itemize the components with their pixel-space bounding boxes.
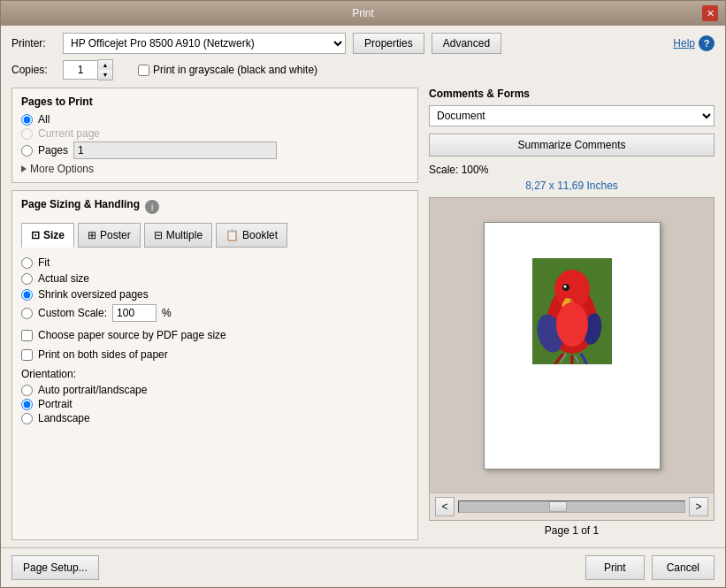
all-radio[interactable] (21, 114, 33, 126)
more-options-triangle (21, 165, 27, 172)
pages-to-print-section: Pages to Print All Current page Pages (11, 88, 418, 183)
shrink-radio-label[interactable]: Shrink oversized pages (21, 288, 409, 301)
help-link[interactable]: Help (673, 37, 695, 50)
page-preview-wrapper (430, 198, 714, 493)
comments-forms-select[interactable]: Document (429, 105, 715, 126)
more-options-label: More Options (30, 163, 94, 175)
custom-scale-radio-label[interactable]: Custom Scale: (21, 307, 107, 319)
title-bar: Print ✕ (1, 1, 725, 26)
close-button[interactable]: ✕ (702, 5, 718, 21)
page-indicator: Page 1 of 1 (429, 521, 715, 540)
print-dialog: Print ✕ Printer: HP Officejet Pro 8500 A… (0, 0, 726, 588)
next-page-button[interactable]: > (689, 497, 708, 516)
actual-size-radio[interactable] (21, 273, 33, 285)
right-col-inner: Comments & Forms Document Summarize Comm… (429, 88, 715, 540)
scale-unit: % (162, 307, 172, 319)
portrait-radio-label[interactable]: Portrait (21, 398, 409, 410)
print-button[interactable]: Print (585, 555, 645, 580)
printer-label: Printer: (11, 37, 56, 50)
current-page-radio[interactable] (21, 128, 33, 140)
actual-size-label: Actual size (38, 272, 89, 285)
help-icon[interactable]: ? (699, 35, 715, 51)
current-page-radio-label[interactable]: Current page (21, 127, 409, 140)
both-sides-checkbox[interactable] (21, 349, 33, 361)
booklet-tab-icon: 📋 (225, 229, 239, 241)
pages-radio-group: All Current page Pages (21, 113, 409, 159)
poster-tab[interactable]: ⊞ Poster (78, 223, 141, 248)
orientation-radio-group: Auto portrait/landscape Portrait Landsca… (21, 384, 409, 424)
fit-radio[interactable] (21, 257, 33, 269)
copies-decrement[interactable]: ▼ (98, 70, 112, 80)
page-setup-button[interactable]: Page Setup... (11, 555, 99, 580)
auto-orientation-radio[interactable] (21, 385, 33, 396)
multiple-tab-icon: ⊟ (154, 229, 163, 241)
copies-spinner: ▲ ▼ (63, 59, 113, 80)
size-tab[interactable]: ⊡ Size (21, 223, 74, 248)
poster-tab-icon: ⊞ (88, 229, 96, 241)
pages-to-print-title: Pages to Print (21, 95, 409, 108)
advanced-button[interactable]: Advanced (432, 33, 501, 54)
portrait-radio[interactable] (21, 399, 33, 410)
more-options-row[interactable]: More Options (21, 163, 409, 175)
grayscale-label[interactable]: Print in grayscale (black and white) (138, 64, 317, 76)
both-sides-label[interactable]: Print on both sides of paper (21, 348, 409, 361)
shrink-label: Shrink oversized pages (38, 288, 149, 301)
custom-scale-row: Custom Scale: % (21, 304, 409, 322)
all-radio-label[interactable]: All (21, 113, 409, 126)
pdf-source-label[interactable]: Choose paper source by PDF page size (21, 329, 409, 341)
custom-scale-input[interactable] (112, 304, 157, 322)
copies-label: Copies: (11, 64, 56, 76)
fit-label: Fit (38, 256, 50, 269)
orientation-section: Orientation: Auto portrait/landscape Por… (21, 368, 409, 424)
svg-point-7 (556, 302, 588, 347)
custom-scale-radio[interactable] (21, 308, 33, 319)
prev-page-button[interactable]: < (435, 497, 455, 516)
auto-label: Auto portrait/landscape (38, 384, 147, 396)
cancel-button[interactable]: Cancel (652, 555, 715, 580)
bottom-bar: Page Setup... Print Cancel (1, 547, 725, 587)
landscape-label: Landscape (38, 412, 90, 424)
comments-forms-area: Comments & Forms Document Summarize Comm… (429, 88, 715, 179)
landscape-radio-label[interactable]: Landscape (21, 412, 409, 424)
multiple-tab[interactable]: ⊟ Multiple (144, 223, 212, 248)
properties-button[interactable]: Properties (353, 33, 424, 54)
left-column: Pages to Print All Current page Pages (11, 88, 418, 540)
info-icon[interactable]: i (145, 200, 159, 214)
copies-increment[interactable]: ▲ (98, 60, 112, 70)
svg-point-6 (563, 285, 566, 287)
booklet-tab[interactable]: 📋 Booklet (216, 223, 287, 248)
scale-text: Scale: 100% (429, 164, 715, 176)
sizing-options: Fit Actual size Shrink oversized pages (21, 256, 409, 361)
pdf-source-checkbox[interactable] (21, 330, 33, 341)
actual-size-radio-label[interactable]: Actual size (21, 272, 409, 285)
landscape-radio[interactable] (21, 413, 33, 424)
grayscale-checkbox[interactable] (138, 65, 149, 76)
shrink-radio[interactable] (21, 289, 33, 301)
page-preview (484, 222, 661, 470)
preview-container: < > (429, 197, 715, 521)
parrot-image (532, 258, 612, 364)
comments-forms-title: Comments & Forms (429, 88, 715, 100)
printer-select[interactable]: HP Officejet Pro 8500 A910 (Netzwerk) (63, 33, 346, 54)
dialog-title: Print (245, 7, 482, 19)
preview-nav: < > (430, 493, 714, 520)
copies-input[interactable] (63, 60, 98, 80)
page-size-text: 8,27 x 11,69 Inches (429, 179, 715, 192)
help-row: Help ? (673, 35, 715, 51)
custom-scale-label: Custom Scale: (38, 307, 107, 319)
pages-radio-label[interactable]: Pages (21, 141, 409, 159)
size-tab-icon: ⊡ (31, 229, 40, 241)
auto-orientation-label[interactable]: Auto portrait/landscape (21, 384, 409, 396)
pages-input[interactable] (73, 141, 277, 159)
spinner-buttons: ▲ ▼ (98, 59, 113, 80)
page-sizing-section: Page Sizing & Handling i ⊡ Size ⊞ Poster (11, 190, 418, 540)
scroll-track[interactable] (458, 500, 685, 513)
summarize-button[interactable]: Summarize Comments (429, 134, 715, 157)
both-sides-text: Print on both sides of paper (38, 348, 168, 361)
fit-radio-label[interactable]: Fit (21, 256, 409, 269)
sizing-header: Page Sizing & Handling i (21, 198, 409, 216)
portrait-label: Portrait (38, 398, 73, 410)
pages-radio[interactable] (21, 145, 33, 157)
current-page-label: Current page (38, 127, 100, 140)
page-sizing-title: Page Sizing & Handling (21, 198, 140, 210)
